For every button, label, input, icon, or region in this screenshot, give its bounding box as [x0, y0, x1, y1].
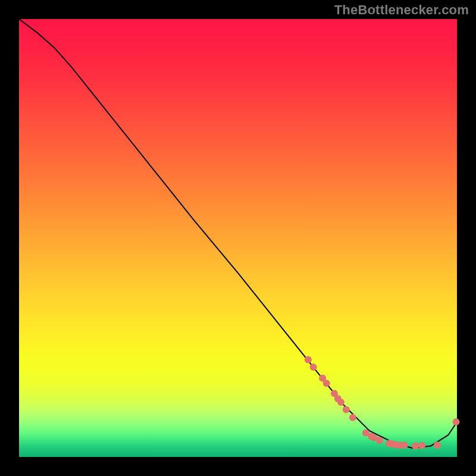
data-marker: [349, 414, 356, 421]
data-marker: [401, 441, 408, 449]
data-marker: [453, 418, 460, 425]
data-marker: [412, 443, 419, 450]
data-marker: [376, 437, 383, 444]
data-marker: [305, 356, 312, 364]
data-marker: [323, 380, 330, 387]
watermark-text: TheBottlenecker.com: [334, 2, 469, 18]
data-marker: [343, 406, 350, 414]
data-marker: [310, 364, 317, 371]
chart-stage: TheBottlenecker.com: [0, 0, 476, 476]
plot-background: [19, 19, 457, 457]
data-marker: [337, 399, 345, 406]
data-marker: [434, 441, 441, 449]
bottleneck-chart: [0, 0, 476, 476]
data-marker: [418, 442, 425, 449]
